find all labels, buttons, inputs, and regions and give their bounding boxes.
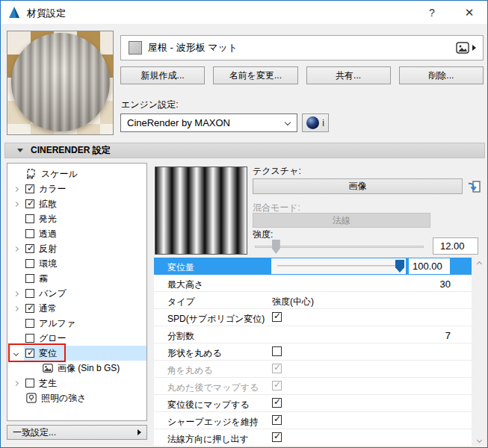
texture-image-button[interactable]: 画像 <box>253 178 463 194</box>
channel-checkbox[interactable] <box>25 259 34 268</box>
tree-item-4[interactable]: 透過 <box>7 226 146 241</box>
channel-checkbox[interactable] <box>25 274 34 283</box>
channel-checkbox[interactable] <box>25 334 34 343</box>
parameter-row-6[interactable]: 角を丸める <box>154 361 472 378</box>
delete-button[interactable]: 削除... <box>399 66 484 84</box>
channel-checkbox[interactable] <box>25 244 34 253</box>
chevron-right-icon[interactable] <box>7 382 24 385</box>
parameter-label: SPD(サブポリゴン変位) <box>167 313 265 326</box>
tree-item-12[interactable]: 変位 <box>7 346 146 361</box>
tree-item-15[interactable]: 照明の強さ <box>7 391 146 405</box>
tree-item-label: 反射 <box>39 243 57 255</box>
scroll-down-icon[interactable] <box>473 434 486 447</box>
window-title: 材質設定 <box>27 7 66 20</box>
tree-item-label: 霧 <box>39 273 48 285</box>
chevron-right-icon[interactable] <box>7 247 24 251</box>
chevron-right-icon[interactable] <box>7 307 24 311</box>
parameter-slider[interactable] <box>271 258 406 274</box>
tree-item-1[interactable]: カラー <box>7 181 146 196</box>
preview-picture-icon[interactable] <box>456 42 469 54</box>
channel-checkbox[interactable] <box>25 289 34 298</box>
help-button[interactable]: ? <box>421 1 443 24</box>
tree-item-6[interactable]: 環境 <box>7 256 146 271</box>
parameter-checkbox[interactable] <box>272 415 282 425</box>
tree-item-7[interactable]: 霧 <box>7 271 146 286</box>
scroll-up-icon[interactable] <box>473 258 486 270</box>
tree-item-14[interactable]: 芝生 <box>7 376 146 391</box>
material-name-field[interactable]: 屋根 - 波形板 マット <box>120 35 484 60</box>
strength-slider[interactable] <box>253 239 425 255</box>
tree-item-0[interactable]: スケール <box>7 167 146 181</box>
tree-item-body: 透過 <box>24 226 146 241</box>
new-button[interactable]: 新規作成... <box>120 66 205 84</box>
tree-item-body: 環境 <box>24 256 146 271</box>
parameter-checkbox[interactable] <box>272 346 282 356</box>
parameter-label: 最大高さ <box>167 279 203 291</box>
vertical-scrollbar[interactable] <box>473 258 486 447</box>
parameter-row-3[interactable]: SPD(サブポリゴン変位) <box>154 309 472 326</box>
tree-item-5[interactable]: 反射 <box>7 241 146 256</box>
channel-checkbox[interactable] <box>25 319 34 328</box>
tree-item-label: 芝生 <box>39 377 57 390</box>
tree-item-label: スケール <box>41 168 78 181</box>
tree-item-11[interactable]: グロー <box>7 331 146 346</box>
parameter-row-0[interactable]: 変位量100.00 <box>154 258 472 275</box>
channel-checkbox[interactable] <box>25 379 34 388</box>
parameter-checkbox[interactable] <box>272 312 282 322</box>
tree-item-body: 変位 <box>24 346 146 361</box>
channel-checkbox[interactable] <box>25 304 34 313</box>
chevron-right-icon[interactable] <box>7 292 24 296</box>
parameter-number-value[interactable]: 7 <box>445 330 451 341</box>
slider-thumb[interactable] <box>272 240 280 254</box>
preview-menu-arrow-icon[interactable] <box>472 45 476 51</box>
tree-item-13[interactable]: 画像 (Sin b GS) <box>7 361 146 376</box>
chevron-down-icon[interactable] <box>7 352 24 355</box>
channel-checkbox[interactable] <box>25 199 34 208</box>
tree-item-label: 透過 <box>39 228 57 240</box>
parameter-checkbox[interactable] <box>272 432 282 442</box>
tree-item-8[interactable]: バンプ <box>7 286 146 301</box>
parameter-row-1[interactable]: 最大高さ30 <box>154 275 472 292</box>
tree-item-body: バンプ <box>24 286 146 301</box>
tree-item-label: 環境 <box>39 258 57 270</box>
parameter-checkbox[interactable] <box>272 398 282 408</box>
engine-select[interactable]: CineRender by MAXON <box>120 113 297 132</box>
material-name: 屋根 - 波形板 マット <box>148 41 456 55</box>
load-texture-button[interactable] <box>466 178 482 194</box>
tree-item-10[interactable]: アルファ <box>7 316 146 331</box>
share-button[interactable]: 共有... <box>306 66 391 84</box>
parameter-row-9[interactable]: シャープエッジを維持 <box>154 412 472 429</box>
rename-button[interactable]: 名前を変更... <box>213 66 297 84</box>
section-title: CINERENDER 設定 <box>31 144 111 157</box>
parameter-number-value[interactable]: 30 <box>440 279 451 290</box>
channel-checkbox[interactable] <box>25 214 34 223</box>
parameter-row-5[interactable]: 形状を丸める <box>154 343 472 361</box>
chevron-right-icon[interactable] <box>7 187 24 191</box>
channel-checkbox[interactable] <box>25 349 34 358</box>
strength-value-field[interactable]: 12.00 <box>433 237 478 255</box>
parameter-row-8[interactable]: 変位後にマップする <box>154 395 472 412</box>
parameter-row-2[interactable]: タイプ強度(中心) <box>154 292 472 309</box>
preview-sphere <box>11 33 110 131</box>
tree-item-9[interactable]: 通常 <box>7 301 146 316</box>
chevron-down-icon <box>285 119 291 125</box>
slider-thumb[interactable] <box>395 260 404 273</box>
parameter-row-7[interactable]: 丸めた後でマップする <box>154 378 472 395</box>
channel-checkbox[interactable] <box>25 229 34 238</box>
parameter-row-4[interactable]: 分割数7 <box>154 326 472 343</box>
tree-item-3[interactable]: 発光 <box>7 211 146 226</box>
parameter-row-10[interactable]: 法線方向に押し出す <box>154 429 472 447</box>
channel-checkbox[interactable] <box>25 184 34 193</box>
tree-item-label: 拡散 <box>39 198 57 211</box>
match-settings-button[interactable]: 一致設定... <box>7 425 147 440</box>
engine-info-button[interactable]: i <box>302 113 329 132</box>
parameter-slider-value[interactable]: 100.00 <box>409 258 450 274</box>
tree-item-label: アルファ <box>39 317 75 330</box>
cinerender-section-header[interactable]: CINERENDER 設定 <box>4 143 485 158</box>
chevron-right-icon[interactable] <box>7 202 24 206</box>
tree-item-body: グロー <box>24 331 146 346</box>
close-button[interactable]: ✕ <box>458 1 481 24</box>
parameter-text-value[interactable]: 強度(中心) <box>272 296 314 308</box>
tree-item-2[interactable]: 拡散 <box>7 196 146 211</box>
material-settings-window: 材質設定 ? ✕ 屋根 - 波形板 マット 新規作成... 名前を変更... 共… <box>0 0 488 448</box>
